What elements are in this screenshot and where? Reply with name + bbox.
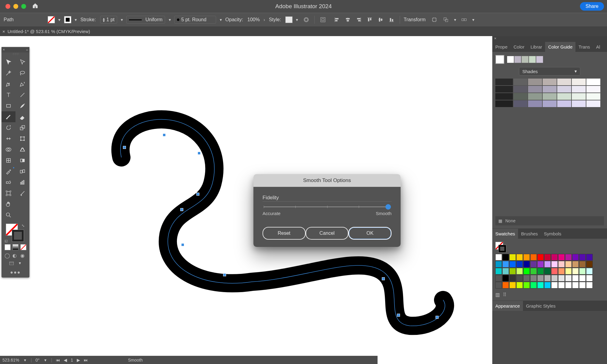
anchor-point[interactable]	[223, 273, 226, 276]
swap-fill-stroke-icon[interactable]: ⤡	[22, 224, 25, 228]
swatch[interactable]	[551, 261, 558, 268]
rotate-value[interactable]: 0°	[36, 358, 39, 362]
align-bottom-icon[interactable]	[387, 15, 396, 24]
guide-swatch[interactable]	[528, 86, 542, 93]
guide-swatch[interactable]	[586, 79, 600, 85]
width-tool[interactable]	[2, 133, 15, 144]
color-none-icon[interactable]	[20, 244, 26, 250]
guide-swatch[interactable]	[514, 79, 527, 85]
share-button[interactable]: Share	[580, 2, 604, 11]
swatch[interactable]	[537, 261, 544, 268]
swatch[interactable]	[544, 268, 551, 275]
swatch[interactable]	[509, 282, 516, 288]
guide-swatch[interactable]	[528, 100, 542, 107]
opacity-dropdown-icon[interactable]: ›	[262, 17, 266, 22]
hand-tool[interactable]	[2, 199, 15, 210]
guide-swatch[interactable]	[586, 100, 600, 107]
column-graph-tool[interactable]	[15, 177, 29, 188]
zoom-level[interactable]: 523.61%	[2, 358, 19, 362]
swatch[interactable]	[551, 254, 558, 261]
swatch[interactable]	[530, 275, 537, 281]
swatch[interactable]	[516, 275, 523, 281]
swatch[interactable]	[558, 261, 565, 268]
swatch[interactable]	[586, 261, 593, 268]
gradient-tool[interactable]	[15, 155, 29, 166]
artboard-nav-prev-icon[interactable]: ◀	[64, 358, 67, 362]
document-tab-label[interactable]: Untitled-1* @ 523.61 % (CMYK/Preview)	[8, 29, 90, 34]
panel-tab[interactable]: Trans	[575, 42, 593, 52]
artwork-path[interactable]	[0, 36, 492, 364]
swatch[interactable]	[579, 275, 586, 281]
swatch[interactable]	[509, 261, 516, 268]
guide-swatch[interactable]	[495, 86, 513, 93]
swatch-libraries-icon[interactable]: ▥	[495, 292, 500, 298]
harmony-rules-dropdown[interactable]: Shades ▾	[519, 67, 580, 76]
draw-inside-icon[interactable]: ◉	[20, 253, 26, 258]
harmony-swatch[interactable]	[514, 56, 521, 63]
perspective-grid-tool[interactable]	[15, 144, 29, 155]
swatches-stroke-icon[interactable]	[498, 245, 506, 253]
swatch[interactable]	[516, 268, 523, 275]
canvas-area[interactable]: Smooth Tool Options Fidelity Accurate Sm…	[0, 36, 492, 364]
select-similar-icon[interactable]	[459, 15, 469, 24]
arrange-dropdown-icon[interactable]: ▾	[453, 17, 457, 22]
panel-tab[interactable]: Al	[593, 42, 603, 52]
panel-tab[interactable]: Symbols	[541, 229, 565, 239]
smooth-tool[interactable]	[2, 111, 15, 122]
swatch[interactable]	[579, 261, 586, 268]
eyedropper-tool[interactable]	[2, 166, 15, 177]
swatch[interactable]	[530, 282, 537, 288]
edit-toolbar[interactable]: ●●●	[2, 267, 29, 275]
reset-button[interactable]: Reset	[263, 227, 306, 240]
guide-swatch[interactable]	[495, 93, 513, 100]
align-left-icon[interactable]	[332, 15, 341, 24]
rectangle-tool[interactable]	[2, 100, 15, 111]
swatch[interactable]	[502, 282, 509, 288]
fill-stroke-control[interactable]: ⤡ ◱	[4, 223, 27, 242]
swatch[interactable]	[509, 275, 516, 281]
harmony-strip[interactable]	[507, 56, 543, 63]
guide-swatch[interactable]	[572, 93, 586, 100]
stroke-weight-field[interactable]: ▴▾ 1 pt	[100, 16, 117, 24]
swatch[interactable]	[579, 282, 586, 288]
screen-mode-select[interactable]: ▾	[2, 258, 29, 267]
panel-tab[interactable]: Color	[510, 42, 527, 52]
swatch[interactable]	[502, 261, 509, 268]
free-transform-tool[interactable]	[15, 133, 29, 144]
guide-swatch[interactable]	[586, 86, 600, 93]
artboard-nav-next-icon[interactable]: ▶	[77, 358, 80, 362]
zoom-dropdown-icon[interactable]: ▾	[23, 358, 27, 362]
anchor-point[interactable]	[397, 314, 400, 317]
swatch[interactable]	[509, 254, 516, 261]
shape-builder-tool[interactable]	[2, 144, 15, 155]
select-similar-dropdown-icon[interactable]: ▾	[471, 17, 475, 22]
guide-swatch[interactable]	[557, 79, 571, 85]
swatch[interactable]	[502, 254, 509, 261]
zoom-tool[interactable]	[2, 210, 15, 221]
panel-tab[interactable]: Swatches	[492, 229, 518, 239]
anchor-point[interactable]	[123, 146, 126, 149]
swatch[interactable]	[572, 275, 579, 281]
recolor-artwork-icon[interactable]	[302, 15, 311, 24]
fidelity-slider-knob[interactable]	[385, 204, 391, 210]
swatch[interactable]	[516, 282, 523, 288]
color-guide-grid[interactable]	[495, 79, 604, 107]
align-to-dropdown-icon[interactable]	[318, 15, 327, 24]
swatch[interactable]	[530, 268, 537, 275]
swatch[interactable]	[572, 282, 579, 288]
tools-grip-icon[interactable]: ⠿⠿⠿	[2, 52, 29, 57]
swatches-fillstroke[interactable]	[495, 242, 506, 252]
harmony-swatch[interactable]	[529, 56, 536, 63]
swatch[interactable]	[544, 275, 551, 281]
anchor-point[interactable]	[180, 208, 183, 211]
swatch[interactable]	[565, 254, 572, 261]
arrange-icon[interactable]	[441, 15, 450, 24]
panel-tab[interactable]: Librar	[527, 42, 545, 52]
guide-swatch[interactable]	[586, 93, 600, 100]
slice-tool[interactable]	[15, 188, 29, 199]
guide-swatch[interactable]	[495, 79, 513, 85]
swatch[interactable]	[551, 282, 558, 288]
guide-swatch[interactable]	[514, 93, 527, 100]
swatch[interactable]	[495, 268, 502, 275]
anchor-point[interactable]	[198, 152, 201, 155]
